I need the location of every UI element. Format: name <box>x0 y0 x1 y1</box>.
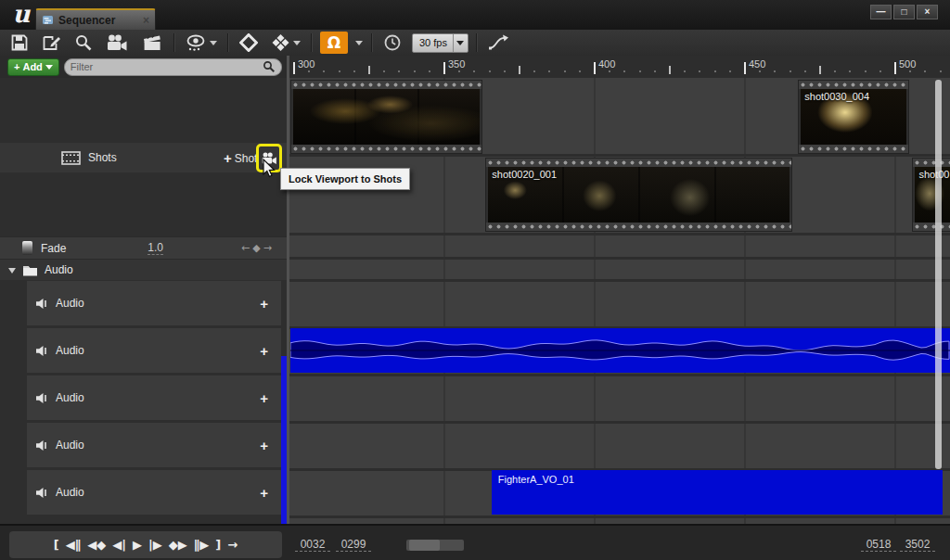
maximize-button[interactable]: □ <box>893 5 915 19</box>
ruler-minor-tick <box>548 70 550 72</box>
shot-clip[interactable]: shot0030_004 <box>798 80 909 154</box>
audio-track-row[interactable]: Audio+ <box>27 470 281 515</box>
tab-close-icon[interactable]: × <box>143 14 149 27</box>
ruler-tick-label: 300 <box>298 58 315 70</box>
curve-editor-button[interactable] <box>481 31 517 55</box>
filter-input[interactable] <box>65 61 263 72</box>
add-audio-section-button[interactable]: + <box>260 485 268 501</box>
ruler-minor-tick <box>804 70 806 72</box>
step-forward-button[interactable]: |▶ <box>148 539 162 551</box>
clock-icon <box>383 33 402 52</box>
tab-sequencer[interactable]: Sequencer × <box>35 8 156 30</box>
playback-mode-button[interactable]: → <box>227 539 238 551</box>
add-track-label: Add <box>22 61 42 72</box>
timeline-ruler[interactable]: 300350400450500 <box>289 56 950 79</box>
fade-value-field[interactable]: 1.0 <box>148 241 163 255</box>
time-snapping-button[interactable] <box>377 31 408 55</box>
close-button[interactable]: × <box>917 5 938 19</box>
sequencer-toolbar: Ω 30 fps SubwaySequencerMASTER <box>0 30 950 57</box>
add-audio-section-button[interactable]: + <box>260 390 268 406</box>
set-playback-end-button[interactable]: ] <box>215 539 221 551</box>
speaker-icon <box>35 345 49 357</box>
filter-searchbox[interactable] <box>64 58 282 76</box>
ruler-minor-tick <box>579 70 581 72</box>
save-icon <box>10 33 29 52</box>
add-audio-section-button[interactable]: + <box>260 296 268 312</box>
add-audio-section-button[interactable]: + <box>260 343 268 359</box>
snap-button[interactable]: Ω <box>320 32 348 54</box>
set-playback-start-button[interactable]: [ <box>54 539 59 551</box>
timeline-track-area[interactable]: shot0030_004shot0020_001shot00FighterA_V… <box>289 78 950 524</box>
keyframe-settings-button[interactable] <box>233 31 264 55</box>
working-range-start-field[interactable]: 0032 <box>295 538 330 552</box>
create-camera-button[interactable] <box>99 31 135 55</box>
view-options-button[interactable] <box>179 31 224 55</box>
step-backward-button[interactable]: ◀| <box>112 539 126 551</box>
toolbar-separator <box>227 33 229 52</box>
timeline-horizontal-scrollbar[interactable] <box>406 540 464 551</box>
shots-track-row[interactable]: Shots + Shot <box>0 143 288 172</box>
shot-clip[interactable]: shot0020_001 <box>485 158 791 232</box>
add-track-button[interactable]: + Add <box>7 58 59 76</box>
toolbar-separator <box>173 33 175 52</box>
fade-track-row[interactable]: Fade 1.0 ←◆→ <box>0 236 288 260</box>
ruler-minor-tick <box>308 70 310 72</box>
ruler-major-tick <box>744 62 746 74</box>
timeline-gridline <box>744 78 746 524</box>
view-range-end-field[interactable]: 0518 <box>861 538 896 552</box>
audio-folder-row[interactable]: Audio <box>0 260 288 280</box>
shot-clip[interactable]: shot00 <box>912 158 950 232</box>
add-audio-section-button[interactable]: + <box>260 438 268 453</box>
fade-icon <box>22 241 32 255</box>
shots-track-label: Shots <box>88 151 117 164</box>
speaker-icon <box>35 487 49 499</box>
add-shot-label: Shot <box>235 152 258 165</box>
shot-clip-label: shot0030_004 <box>804 91 869 102</box>
ruler-minor-tick <box>940 70 942 72</box>
track-outliner: Shots + Shot Fade 1.0 ←◆→ Audio Audio+Au… <box>0 78 288 524</box>
title-bar: u Sequencer × — □ × <box>0 0 950 30</box>
track-row-separator <box>289 421 950 424</box>
audio-track-row[interactable]: Audio+ <box>27 375 281 420</box>
view-range-start-field[interactable]: 0299 <box>336 538 371 552</box>
ruler-minor-tick <box>609 70 610 72</box>
ruler-mid-tick <box>368 66 370 74</box>
audio-track-row[interactable]: Audio+ <box>27 423 281 467</box>
film-sprockets <box>799 145 908 153</box>
ruler-minor-tick <box>849 70 851 72</box>
audio-clip-label: FighterA_VO_01 <box>498 474 574 485</box>
render-movie-button[interactable] <box>135 31 170 55</box>
speaker-icon <box>35 298 49 310</box>
ruler-minor-tick <box>654 70 656 72</box>
transport-controls: [◀∥◀◆◀|▶|▶◆▶∥▶]→ <box>9 531 282 558</box>
audio-track-row[interactable]: Audio+ <box>27 281 281 325</box>
timeline-vertical-scrollbar[interactable] <box>935 80 942 469</box>
ruler-minor-tick <box>489 70 491 72</box>
save-as-button[interactable] <box>35 31 68 55</box>
working-range-end-field[interactable]: 3502 <box>900 538 935 552</box>
fps-dropdown-arrow[interactable] <box>453 34 468 52</box>
auto-key-options-button[interactable] <box>264 31 307 55</box>
minimize-button[interactable]: — <box>870 5 892 19</box>
film-sprockets <box>799 81 908 89</box>
search-icon <box>263 60 276 73</box>
ruler-minor-tick <box>714 70 716 72</box>
keyframe-nav-arrows[interactable]: ←◆→ <box>241 242 275 254</box>
ruler-minor-tick <box>909 70 911 72</box>
expand-triangle-icon[interactable] <box>7 265 17 274</box>
unreal-logo-icon: u <box>7 2 35 28</box>
go-to-front-button[interactable]: ◀∥ <box>66 539 82 551</box>
audio-waveform-clip[interactable] <box>290 328 950 373</box>
audio-track-row[interactable]: Audio+ <box>27 328 281 373</box>
go-to-end-button[interactable]: ∥▶ <box>194 539 210 551</box>
audio-clip[interactable]: FighterA_VO_01 <box>492 470 943 515</box>
play-button[interactable]: ▶ <box>133 539 142 551</box>
find-in-content-browser-button[interactable] <box>68 31 99 55</box>
next-keyframe-button[interactable]: ◆▶ <box>169 539 187 551</box>
shot-clip[interactable] <box>290 80 482 154</box>
previous-keyframe-button[interactable]: ◀◆ <box>87 539 106 551</box>
snap-options-button[interactable] <box>348 31 367 55</box>
fps-dropdown[interactable]: 30 fps <box>412 33 469 53</box>
save-button[interactable] <box>4 31 35 55</box>
add-shot-button[interactable]: + Shot <box>224 150 257 166</box>
